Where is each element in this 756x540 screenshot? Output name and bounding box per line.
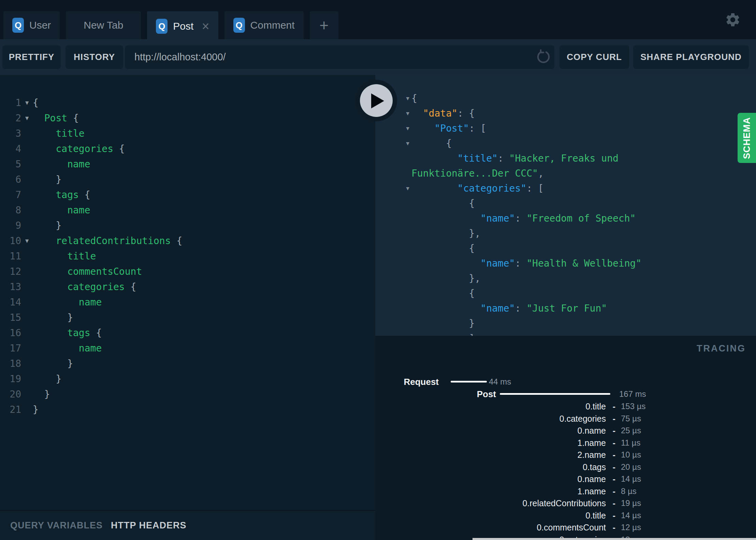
editor-line[interactable]: 16 tags { [0,325,375,341]
editor-line[interactable]: 3 title [0,126,375,141]
fold-arrow-icon[interactable]: ▼ [21,95,33,110]
tab-comment[interactable]: QComment [224,11,304,39]
response-line: "name": "Just For Fun" [375,301,756,316]
editor-line[interactable]: 12 commentsCount [0,264,375,279]
code-text: } [33,371,61,387]
code-text: name [33,156,90,172]
horizontal-scrollbar[interactable] [472,538,756,540]
response-line: } [375,316,756,331]
editor-line[interactable]: 4 categories { [0,141,375,156]
line-number: 9 [0,218,21,233]
fold-arrow-icon[interactable]: ▼ [375,121,411,136]
editor-line[interactable]: 5 name [0,156,375,172]
fold-gutter [375,151,411,166]
line-number: 11 [0,249,21,264]
response-line: { [375,196,756,211]
query-editor-lines: 1▼{2▼ Post {3 title4 categories {5 name6… [0,75,375,417]
tab-user[interactable]: QUser [3,11,60,39]
json-text: { [411,286,475,301]
endpoint-url-input[interactable]: http://localhost:4000/ [125,45,554,69]
refresh-schema-icon[interactable] [536,49,551,64]
editor-line[interactable]: 14 name [0,295,375,310]
line-number: 3 [0,126,21,141]
editor-line[interactable]: 8 name [0,202,375,218]
response-pane: ▼{▼ "data": {▼ "Post": [▼ { "title": "Ha… [375,75,756,336]
query-badge: Q [12,18,24,33]
resolver-path: 1.name [375,437,606,449]
line-number: 20 [0,387,21,402]
fold-gutter [21,156,33,172]
json-text: } [411,316,475,331]
line-number: 8 [0,202,21,218]
query-editor[interactable]: 1▼{2▼ Post {3 title4 categories {5 name6… [0,75,375,510]
editor-line[interactable]: 19 } [0,371,375,387]
line-number: 19 [0,371,21,387]
response-line: ▼ "data": { [375,106,756,121]
schema-button[interactable]: SCHEMA [738,113,756,163]
trace-span-time: 44 ms [489,376,511,388]
editor-line[interactable]: 6 } [0,172,375,187]
http-headers-tab[interactable]: HTTP HEADERS [111,520,187,531]
tab-post[interactable]: QPost× [147,11,218,41]
trace-resolver-row: 0.name-25 µs [375,424,756,437]
resolver-path: 1.name [375,485,606,497]
code-text: categories { [33,141,125,156]
trace-resolver-row: 0.relatedContributions-19 µs [375,497,756,509]
response-line: "name": "Health & Wellbeing" [375,256,756,271]
editor-line[interactable]: 1▼{ [0,95,375,110]
tab-new-tab[interactable]: New Tab [66,11,141,39]
query-variables-tab[interactable]: QUERY VARIABLES [10,520,103,531]
code-text: categories { [33,279,136,295]
resolver-duration: 8 µs [621,485,637,497]
response-line: ▼ { [375,136,756,151]
prettify-button[interactable]: PRETTIFY [2,45,61,69]
fold-arrow-icon[interactable]: ▼ [375,181,411,196]
json-text: Funktionäre...Der CCC", [411,166,544,181]
history-button[interactable]: HISTORY [66,45,123,69]
editor-line[interactable]: 7 tags { [0,187,375,202]
editor-line[interactable]: 17 name [0,341,375,356]
add-tab-button[interactable]: + [310,11,338,39]
fold-arrow-icon[interactable]: ▼ [375,136,411,151]
editor-line[interactable]: 13 categories { [0,279,375,295]
editor-line[interactable]: 9 } [0,218,375,233]
copy-curl-button[interactable]: COPY CURL [559,45,629,69]
resolver-path: 0.name [375,424,606,437]
dash-separator: - [610,461,618,473]
code-text: title [33,249,96,264]
code-text: } [33,310,73,325]
dash-separator: - [610,412,618,425]
response-line: }, [375,226,756,241]
editor-line[interactable]: 2▼ Post { [0,110,375,126]
resolver-path: 0.categories [375,412,606,425]
json-text: { [411,241,475,256]
editor-line[interactable]: 18 } [0,356,375,371]
code-text: } [33,356,73,371]
resolver-duration: 14 µs [621,473,641,485]
trace-span-bar [500,393,610,395]
code-text: name [33,202,90,218]
settings-gear-icon[interactable] [725,12,741,28]
share-playground-button[interactable]: SHARE PLAYGROUND [633,45,749,69]
editor-line[interactable]: 11 title [0,249,375,264]
editor-line[interactable]: 21} [0,402,375,417]
editor-line[interactable]: 15 } [0,310,375,325]
fold-gutter [21,218,33,233]
line-number: 2 [0,110,21,126]
json-text: ] [411,331,475,336]
fold-arrow-icon[interactable]: ▼ [21,233,33,249]
code-text: commentsCount [33,264,142,279]
editor-line[interactable]: 10▼ relatedContributions { [0,233,375,249]
resolver-duration: 11 µs [621,437,640,449]
trace-span-post: Post 167 ms [375,388,756,400]
response-line: { [375,286,756,301]
trace-span-label: Request [375,376,439,388]
editor-line[interactable]: 20 } [0,387,375,402]
json-text: }, [411,226,480,241]
execute-button[interactable] [355,80,397,121]
close-tab-icon[interactable]: × [202,20,209,33]
json-text: "name": "Health & Wellbeing" [411,256,641,271]
fold-arrow-icon[interactable]: ▼ [21,110,33,126]
fold-gutter [21,310,33,325]
line-number: 1 [0,95,21,110]
